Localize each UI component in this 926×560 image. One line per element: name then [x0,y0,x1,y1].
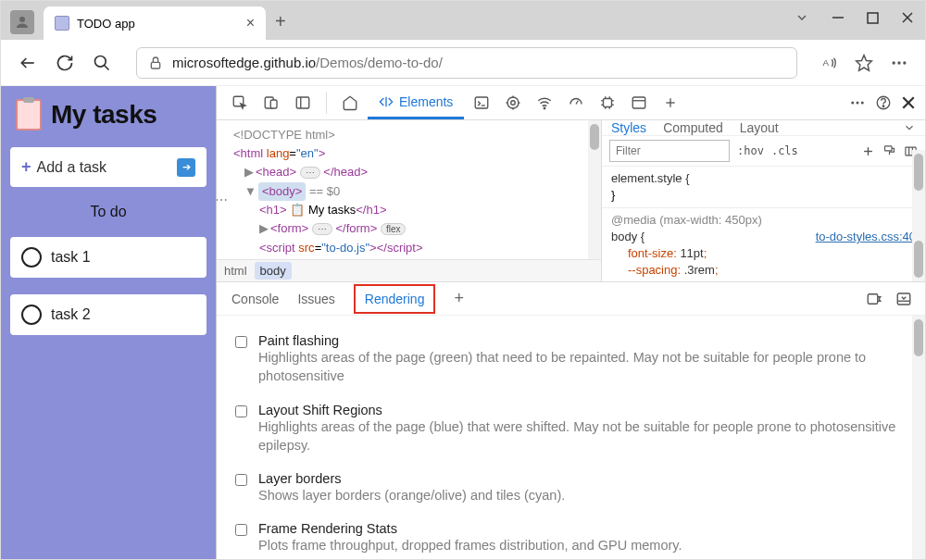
url-path: /Demos/demo-to-do/ [316,55,443,70]
lock-icon [148,56,163,70]
search-button[interactable] [92,53,112,73]
svg-point-0 [19,17,25,22]
panel-toggle-icon[interactable] [289,89,317,117]
styles-filter-input[interactable] [609,140,730,162]
option-checkbox[interactable] [235,336,247,348]
svg-text:A: A [823,57,830,68]
task-item[interactable]: task 1 [10,237,206,278]
new-tab-button[interactable]: + [275,11,286,32]
rendering-option: Layer borders Shows layer borders (orang… [235,463,907,513]
rendering-tab-highlight: Rendering [354,284,436,314]
option-description: Highlights areas of the page (blue) that… [258,417,907,455]
caret-down-icon[interactable] [795,10,809,25]
option-description: Plots frame throughput, dropped frames d… [258,536,682,554]
sources-tab-icon[interactable] [499,89,527,117]
tab-close-button[interactable]: × [246,15,255,31]
add-drawer-tab-button[interactable]: + [454,289,464,308]
cls-toggle[interactable]: .cls [771,144,798,157]
chevron-down-icon[interactable] [903,121,916,134]
task-checkbox[interactable] [21,247,42,268]
add-task-label: Add a task [37,159,107,176]
svg-rect-56 [868,293,878,304]
option-checkbox[interactable] [235,474,247,486]
devtools-close-button[interactable] [901,95,916,110]
browser-tab[interactable]: TODO app × [44,6,266,40]
scrollbar[interactable] [912,316,925,560]
scrollbar[interactable] [588,120,601,259]
back-button[interactable] [18,53,38,73]
styles-panel: Styles Computed Layout :hov .cls [601,120,925,281]
welcome-tab-icon[interactable] [336,89,364,117]
refresh-button[interactable] [55,53,75,73]
minimize-button[interactable] [832,11,845,24]
svg-point-6 [95,56,106,67]
elements-tab[interactable]: Elements [368,86,464,119]
svg-point-47 [882,106,884,107]
drawer-panel: Console Issues Rendering + Paint flashin… [217,282,925,560]
devtools-toolbar: Elements [217,86,925,120]
option-title: Layer borders [258,471,565,486]
console-tab[interactable]: Console [232,292,279,306]
svg-point-28 [544,107,546,109]
option-title: Paint flashing [258,333,907,348]
option-title: Layout Shift Regions [258,403,907,417]
crumb-html[interactable]: html [224,264,247,278]
inspect-element-icon[interactable] [226,89,254,117]
computed-tab[interactable]: Computed [663,120,723,135]
svg-rect-20 [476,97,489,108]
svg-rect-52 [885,145,893,150]
option-checkbox[interactable] [235,405,247,417]
svg-point-45 [861,102,864,105]
network-tab-icon[interactable] [531,89,558,117]
task-checkbox[interactable] [21,305,42,325]
favorite-icon[interactable] [855,54,873,72]
read-aloud-icon[interactable]: A [821,55,838,71]
svg-marker-10 [857,55,872,70]
svg-point-12 [897,61,900,64]
option-checkbox[interactable] [235,524,247,536]
devtools-more-icon[interactable] [849,94,866,111]
device-toggle-icon[interactable] [257,89,285,117]
scrollbar[interactable] [912,150,925,281]
task-item[interactable]: task 2 [10,294,206,335]
page-preview: My tasks + Add a task ➔ To do task 1 tas… [1,86,216,559]
stylesheet-link[interactable]: to-do-styles.css:40 [816,229,916,245]
crumb-body[interactable]: body [255,262,292,280]
more-menu-button[interactable] [890,54,908,72]
profile-icon[interactable] [10,10,34,34]
url-host: microsoftedge.github.io [172,55,316,70]
address-bar: microsoftedge.github.io/Demos/demo-to-do… [1,40,925,86]
svg-rect-39 [633,97,646,108]
svg-rect-8 [151,62,159,68]
help-icon[interactable] [875,94,892,111]
maximize-button[interactable] [867,12,879,24]
paint-icon[interactable] [882,144,896,158]
add-rule-icon[interactable] [861,144,875,158]
submit-task-button[interactable]: ➔ [177,158,195,177]
application-tab-icon[interactable] [625,89,653,117]
add-task-input[interactable]: + Add a task ➔ [10,147,206,187]
svg-point-43 [851,102,854,105]
hov-toggle[interactable]: :hov [737,144,764,157]
styles-tab[interactable]: Styles [611,120,646,135]
console-tab-icon[interactable] [468,89,495,117]
layout-tab[interactable]: Layout [740,120,779,135]
dock-icon[interactable] [895,291,912,307]
rendering-tab[interactable]: Rendering [365,292,425,306]
issues-tab[interactable]: Issues [297,292,334,306]
task-label: task 1 [51,249,91,266]
rendering-options: Paint flashing Highlights areas of the p… [217,316,925,560]
svg-rect-30 [604,99,612,107]
more-tabs-button[interactable] [657,89,684,117]
close-window-button[interactable] [901,11,914,24]
svg-rect-2 [868,13,878,23]
svg-point-23 [507,97,519,108]
dom-tree[interactable]: <!DOCTYPE html> <html lang="en"> ▶<head>… [217,120,601,281]
url-input[interactable]: microsoftedge.github.io/Demos/demo-to-do… [136,47,797,79]
performance-tab-icon[interactable] [562,89,590,117]
whats-new-icon[interactable] [866,291,882,307]
tab-title: TODO app [77,17,239,31]
window-titlebar: TODO app × + [1,1,925,40]
memory-tab-icon[interactable] [594,89,621,117]
svg-rect-16 [270,100,277,108]
